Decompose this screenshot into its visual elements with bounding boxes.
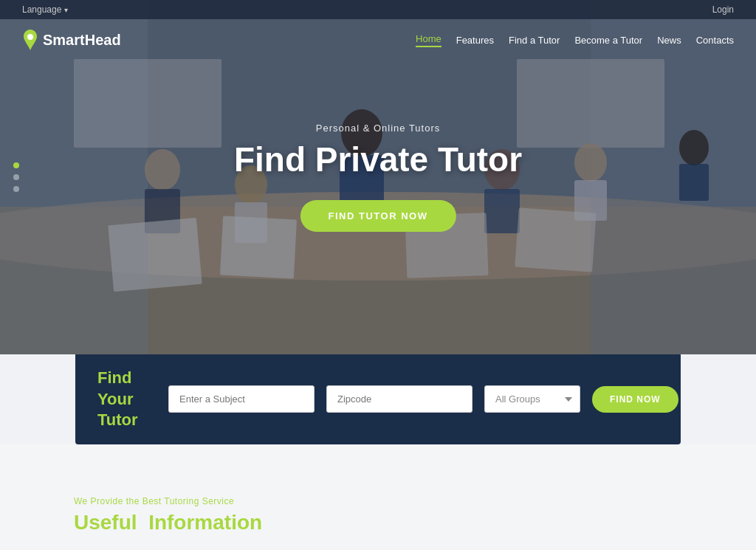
subject-input[interactable] [168,385,315,413]
search-bar: Find Your Tutor All Groups Primary Schoo… [75,354,681,444]
nav-home[interactable]: Home [416,33,441,47]
site-header: SmartHead Home Features Find a Tutor Bec… [0,21,756,59]
info-label: We Provide the Best Tutoring Service [74,496,682,506]
hero-title: Find Private Tutor [234,140,522,179]
svg-point-24 [27,34,33,40]
search-label-line2: Tutor [97,410,157,431]
logo-text: SmartHead [43,32,121,49]
section-gap [0,444,756,481]
nav-features[interactable]: Features [456,35,494,46]
slider-dot-2[interactable] [13,174,19,180]
slider-dot-1[interactable] [13,162,19,168]
nav-contacts[interactable]: Contacts [696,35,734,46]
nav-become-tutor[interactable]: Become a Tutor [574,35,642,46]
hero-subtitle: Personal & Online Tutors [234,123,522,134]
main-nav: Home Features Find a Tutor Become a Tuto… [416,33,734,47]
info-title-part1: Useful [74,511,137,534]
search-bar-label: Find Your Tutor [97,368,157,431]
top-bar: Language Login [0,0,756,19]
info-title: Useful Information [74,511,682,534]
zipcode-input[interactable] [326,385,472,413]
logo-pin-icon [22,30,38,50]
login-link[interactable]: Login [712,4,734,15]
hero-content: Personal & Online Tutors Find Private Tu… [234,123,522,232]
nav-news[interactable]: News [657,35,681,46]
site-logo[interactable]: SmartHead [22,30,121,50]
info-title-part2: Information [148,511,262,534]
nav-find-tutor[interactable]: Find a Tutor [509,35,560,46]
info-section: We Provide the Best Tutoring Service Use… [0,481,756,550]
hero-cta-button[interactable]: FIND TUTOR NOW [300,200,456,232]
search-label-line1: Find Your [97,368,157,410]
group-select[interactable]: All Groups Primary School High School Un… [484,385,580,413]
slider-dot-3[interactable] [13,186,19,192]
language-selector[interactable]: Language [22,4,68,15]
hero-section: SmartHead Home Features Find a Tutor Bec… [0,0,756,354]
find-now-button[interactable]: FIND NOW [592,386,678,413]
slider-dots [13,162,19,192]
